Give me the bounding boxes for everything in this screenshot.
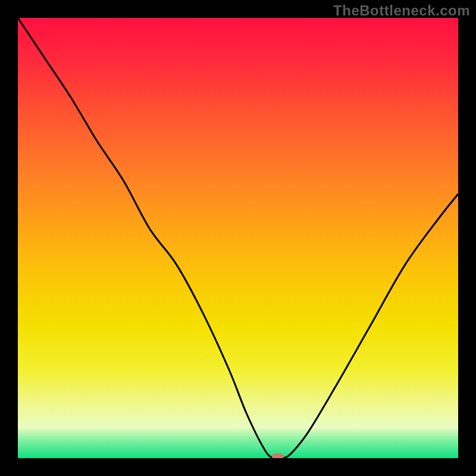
bottleneck-curve xyxy=(18,18,458,458)
optimum-marker xyxy=(272,453,284,458)
attribution-text: TheBottleneck.com xyxy=(333,2,470,19)
